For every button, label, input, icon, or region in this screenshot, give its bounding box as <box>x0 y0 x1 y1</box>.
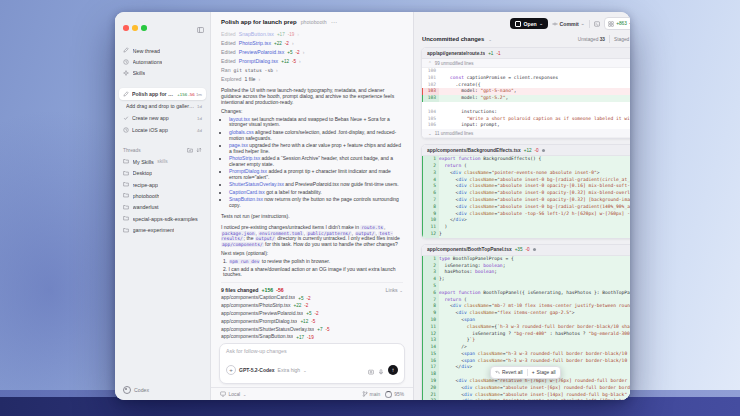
code-line: 6export function BoothTopPanel({ isGener… <box>422 290 630 297</box>
revert-all-button[interactable]: Revert all <box>491 367 527 378</box>
inline-code: output/ <box>255 236 276 241</box>
file-link[interactable]: page.tsx <box>229 142 248 148</box>
code-line: 10 </div> <box>422 217 630 224</box>
code-line: 2 return ( <box>422 163 630 170</box>
fold-row[interactable]: ⌄11 unmodified lines <box>422 129 630 138</box>
commit-button[interactable]: Commit ⌄ <box>552 21 585 27</box>
file-link[interactable]: layout.tsx <box>229 116 250 122</box>
file-link[interactable]: PromptDialog.tsx <box>229 168 267 174</box>
changed-file-row[interactable]: app/components/PromptDialog.tsx+12-5 <box>221 318 403 326</box>
diff-title-chevron-icon[interactable]: ⌄ <box>488 37 492 42</box>
open-chevron-icon: ⌄ <box>539 21 543 26</box>
chevron-right-icon: › <box>258 77 260 83</box>
sidebar-toggle-icon[interactable] <box>197 19 204 37</box>
diff-stats-pill[interactable]: +863 -392 <box>604 17 630 30</box>
diff-actions-row: Open ⌄ Commit ⌄ +863 -392 <box>414 12 630 33</box>
event-row-edited-snapbutton-tsx[interactable]: EditedSnapButton.tsx+17-19› <box>221 30 403 39</box>
microphone-icon[interactable] <box>378 361 384 379</box>
diff-cards-scroll[interactable]: app/api/generate/route.ts+1-1⌄⌃99 unmodi… <box>414 47 630 400</box>
model-selector[interactable]: GPT-5.2-Codex <box>239 367 275 373</box>
recent-thread-locate-ios-app[interactable]: Locate iOS app4d <box>119 124 206 136</box>
project-folder-recipe-app[interactable]: recipe-app <box>115 179 210 190</box>
environment-selector[interactable]: Local <box>229 392 241 397</box>
clock-icon <box>123 127 129 134</box>
file-link[interactable]: CaptionCard.tsx <box>229 189 265 195</box>
project-folder-my-skills[interactable]: My Skillsskills <box>115 156 210 167</box>
sparkle-icon <box>123 70 129 77</box>
changed-file-row[interactable]: app/components/SnapButton.tsx+17-19 <box>221 333 403 339</box>
event-row-edited-previewpolaroid-tsx[interactable]: EditedPreviewPolaroid.tsx+5-2› <box>221 48 403 57</box>
sidebar-item-new-thread[interactable]: New thread <box>115 45 210 56</box>
folder-icon <box>123 158 129 165</box>
changed-file-row[interactable]: app/components/PhotoStrip.tsx+22-2 <box>221 302 403 310</box>
recent-thread-add-drag-and-drop-to-gallery-phot[interactable]: Add drag and drop to gallery phot…1d <box>119 100 206 112</box>
branch-indicator[interactable]: main <box>362 391 381 397</box>
close-window-button[interactable] <box>123 25 129 31</box>
changed-files-list: app/components/CaptionCard.tsx+5-2app/co… <box>221 294 403 339</box>
changes-list: layout.tsx set launch metadata and swapp… <box>221 117 403 209</box>
open-button[interactable]: Open ⌄ <box>510 18 547 29</box>
next-steps-list: 1. npm run dev to review the polish in b… <box>221 259 403 278</box>
next-steps-label: Next steps (optional): <box>221 251 403 257</box>
zoom-window-button[interactable] <box>141 25 147 31</box>
changed-file-row[interactable]: app/components/PreviewPolaroid.tsx+5-2 <box>221 310 403 318</box>
file-link[interactable]: SnapButton.tsx <box>229 196 263 202</box>
thread-transcript[interactable]: EditedSnapButton.tsx+17-19›EditedPhotoSt… <box>211 28 413 339</box>
diff-card-header[interactable]: app/components/BackgroundEffects.tsx+12-… <box>422 145 630 156</box>
event-row-explored-1-file[interactable]: Explored1 file› <box>221 75 403 84</box>
fold-row[interactable]: ⌃99 unmodified lines <box>422 59 630 68</box>
change-bullet: PromptDialog.tsx added a prompt tip + ch… <box>229 169 403 181</box>
staged-filter[interactable]: Staged 1 <box>614 37 630 42</box>
thread-header: Polish app for launch prep photobooth ⋯ <box>211 12 413 28</box>
send-button[interactable]: ↑ <box>388 365 398 375</box>
stage-all-button[interactable]: + Stage all <box>528 367 560 378</box>
project-folder-photobooth[interactable]: photobooth <box>115 190 210 201</box>
screenshot-icon[interactable] <box>368 361 374 379</box>
app-badge-label: Codex <box>134 387 149 393</box>
thread-menu-icon[interactable]: ⋯ <box>331 20 337 24</box>
project-folder-desktop[interactable]: Desktop <box>115 168 210 179</box>
chevron-right-icon: › <box>299 59 301 65</box>
divider <box>589 20 590 28</box>
diff-title: Uncommitted changes <box>422 36 484 42</box>
minimize-window-button[interactable] <box>132 25 138 31</box>
sidebar-item-automations[interactable]: Automations <box>115 56 210 67</box>
links-button[interactable]: Links⌄ <box>386 287 403 293</box>
file-link[interactable]: ShutterStatusOverlay.tsx <box>229 181 284 187</box>
project-folder-special-apps-sdk-examples[interactable]: special-apps-sdk-examples <box>115 213 210 224</box>
recent-thread-polish-app-for-launch-prep[interactable]: Polish app for launch prep+156 -56 1m <box>119 88 206 100</box>
composer[interactable]: Ask for follow-up changes + GPT-5.2-Code… <box>219 343 405 384</box>
project-folder-game-experiment[interactable]: game-experiment <box>115 224 210 235</box>
new-folder-icon[interactable] <box>187 147 193 154</box>
open-app-icon <box>515 21 521 27</box>
divider <box>609 35 610 43</box>
changed-file-row[interactable]: app/components/ShutterStatusOverlay.tsx+… <box>221 326 403 334</box>
summary-text: Polished the UI with new launch-ready ty… <box>221 88 403 106</box>
commit-chevron-icon: ⌄ <box>581 21 585 26</box>
recent-thread-create-new-app[interactable]: Create new app1d <box>119 112 206 124</box>
unstaged-filter[interactable]: Unstaged 33 <box>578 37 605 42</box>
project-folder-wanderlust[interactable]: wanderlust <box>115 202 210 213</box>
event-row-ran-git-status-sb[interactable]: Rangit status -sb› <box>221 66 403 75</box>
change-bullet: CaptionCard.tsx got a label for readabil… <box>229 190 403 196</box>
terminal-icon[interactable] <box>594 21 600 27</box>
event-row-edited-photostrip-tsx[interactable]: EditedPhotoStrip.tsx+22-2› <box>221 39 403 48</box>
code-line: 9 <div className="flex items-center gap-… <box>422 310 630 317</box>
sort-threads-icon[interactable] <box>196 147 202 154</box>
composer-input[interactable]: Ask for follow-up changes <box>226 348 398 361</box>
file-link[interactable]: globals.css <box>229 129 254 135</box>
app-badge[interactable]: Codex <box>115 382 210 400</box>
event-row-edited-promptdialog-tsx[interactable]: EditedPromptDialog.tsx+12-5› <box>221 57 403 66</box>
file-link[interactable]: PhotoStrip.tsx <box>229 155 260 161</box>
code-line: 13 }`} <box>422 337 630 344</box>
sidebar-item-skills[interactable]: Skills <box>115 68 210 79</box>
code-line: 104 instructions: <box>422 109 630 116</box>
diffstat-deletions: -56 <box>276 287 284 293</box>
thread-project: photobooth <box>301 19 327 25</box>
diff-card-header[interactable]: app/api/generate/route.ts+1-1⌄ <box>422 48 630 59</box>
chevron-right-icon: › <box>297 32 299 38</box>
changed-file-row[interactable]: app/components/CaptionCard.tsx+5-2 <box>221 294 403 302</box>
diff-card-header[interactable]: app/components/BoothTopPanel.tsx+35-0⌄ <box>422 245 630 256</box>
attach-button[interactable]: + <box>226 365 236 375</box>
window-controls <box>115 12 210 43</box>
